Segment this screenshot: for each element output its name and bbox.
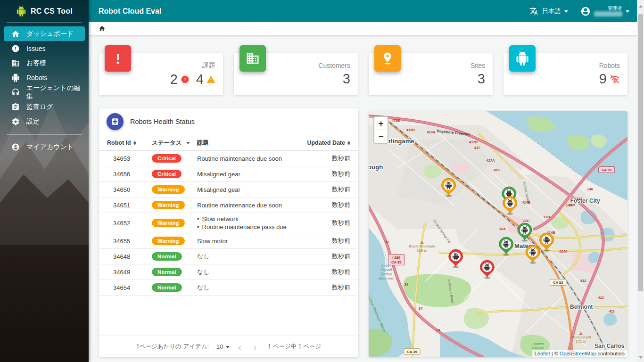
status-cell: Warning bbox=[146, 201, 192, 209]
robot-id-cell: 34652 bbox=[99, 220, 146, 227]
stat-card-issues[interactable]: 課題 2 4 bbox=[99, 53, 223, 95]
status-badge: Normal bbox=[152, 283, 182, 292]
status-cell: Normal bbox=[146, 268, 192, 276]
table-pagination: 1ページあたりの アイテム: 10 ‹ › 1 ページ中 1 ページ bbox=[99, 336, 358, 357]
translate-icon bbox=[529, 7, 539, 16]
updated-date-cell: 数秒前 bbox=[296, 252, 358, 261]
stat-card-customers[interactable]: Customers 3 bbox=[234, 53, 358, 95]
svg-text:13B: 13B bbox=[544, 215, 550, 219]
status-badge: Warning bbox=[152, 237, 185, 245]
sidebar-item-my-account[interactable]: マイアカウント bbox=[4, 140, 85, 154]
table-row[interactable]: 34652WarningSlow networkRoutine maintena… bbox=[99, 213, 358, 233]
status-badge: Normal bbox=[152, 252, 182, 261]
svg-text:417A: 417A bbox=[486, 158, 495, 163]
clipboard-text-icon bbox=[11, 103, 20, 111]
app-logo[interactable]: RC CS Tool bbox=[0, 0, 89, 22]
home-icon[interactable] bbox=[99, 25, 106, 32]
issues-cell: Slow motor bbox=[192, 236, 296, 247]
stat-card-sites[interactable]: Sites 3 bbox=[369, 53, 493, 95]
status-cell: Critical bbox=[146, 170, 192, 178]
leaflet-link[interactable]: Leaflet bbox=[535, 351, 550, 356]
scrollbar-down-arrow[interactable] bbox=[637, 354, 644, 361]
map-attribution: Leaflet | © OpenStreetMap contributors bbox=[532, 350, 627, 357]
status-cell: Normal bbox=[146, 252, 192, 261]
user-menu[interactable]: 管理者 bbox=[580, 6, 629, 16]
updated-date-cell: 数秒前 bbox=[296, 154, 358, 163]
main-area: Robot Cloud Eval 日本語 管理者 bbox=[89, 0, 637, 362]
android-icon bbox=[509, 45, 536, 72]
sidebar-item-robots[interactable]: Robots bbox=[4, 70, 85, 85]
page-scrollbar[interactable] bbox=[637, 0, 644, 362]
headset-icon bbox=[11, 88, 20, 97]
scrollbar-up-arrow[interactable] bbox=[637, 3, 644, 10]
openstreetmap-link[interactable]: OpenStreetMap bbox=[560, 351, 596, 356]
map-zoom-control: + − bbox=[373, 116, 388, 144]
robot-id-cell: 34649 bbox=[99, 269, 146, 276]
robot-id-cell: 34651 bbox=[99, 202, 146, 209]
page-size-select[interactable]: 10 bbox=[216, 344, 230, 350]
road-shield: CA 82 bbox=[550, 280, 566, 286]
column-header-robot-id[interactable]: Robot Id bbox=[99, 140, 146, 146]
prev-page-button[interactable]: ‹ bbox=[234, 342, 245, 352]
svg-text:34: 34 bbox=[419, 306, 423, 311]
status-cell: Normal bbox=[146, 283, 192, 292]
sidebar-item-dashboard[interactable]: ダッシュボード bbox=[4, 26, 85, 41]
chevron-down-icon bbox=[626, 10, 629, 13]
sidebar-item-issues[interactable]: Issues bbox=[4, 41, 85, 56]
warning-count: 4 bbox=[196, 72, 204, 87]
svg-text:I 280: I 280 bbox=[392, 256, 400, 260]
sidebar-item-label: マイアカウント bbox=[26, 143, 74, 151]
issues-cell: Slow networkRoutine maintenance pass due bbox=[192, 213, 296, 233]
breadcrumb bbox=[89, 22, 637, 35]
svg-text:ough: ough bbox=[369, 164, 383, 171]
updated-date-cell: 数秒前 bbox=[296, 283, 358, 292]
status-badge: Critical bbox=[152, 154, 182, 163]
updated-date-cell: 数秒前 bbox=[296, 201, 358, 209]
updated-date-cell: 数秒前 bbox=[296, 219, 358, 227]
status-badge: Normal bbox=[152, 268, 182, 276]
robot-id-cell: 34656 bbox=[99, 171, 146, 178]
column-header-updated[interactable]: Updated Date bbox=[296, 140, 358, 146]
sidebar-item-audit-log[interactable]: 監査ログ bbox=[4, 99, 85, 114]
critical-count: 2 bbox=[170, 72, 178, 87]
zoom-out-button[interactable]: − bbox=[374, 130, 388, 143]
language-selector[interactable]: 日本語 bbox=[529, 7, 569, 16]
stat-label: 課題 bbox=[202, 61, 215, 70]
sidebar-item-customers[interactable]: お客様 bbox=[4, 56, 85, 70]
zoom-in-button[interactable]: + bbox=[374, 117, 388, 130]
table-row[interactable]: 34653CriticalRoutine maintenance due soo… bbox=[99, 151, 358, 166]
issues-cell: なし bbox=[192, 266, 296, 278]
stat-label: Customers bbox=[318, 62, 350, 69]
table-row[interactable]: 34656CriticalMisaligned gear数秒前 bbox=[99, 166, 358, 182]
stat-card-robots[interactable]: Robots 9 bbox=[504, 53, 627, 95]
updated-date-cell: 数秒前 bbox=[296, 237, 358, 245]
column-header-status[interactable]: ステータス bbox=[146, 139, 192, 147]
table-row[interactable]: 34651WarningRoutine maintenance due soon… bbox=[99, 197, 358, 213]
table-row[interactable]: 34655WarningSlow motor数秒前 bbox=[99, 233, 358, 249]
sites-count: 3 bbox=[478, 71, 485, 87]
sidebar-item-agents[interactable]: エージェントの編集 bbox=[4, 85, 85, 99]
svg-text:419A: 419A bbox=[426, 130, 435, 134]
table-row[interactable]: 34654Normalなし数秒前 bbox=[99, 280, 358, 296]
alert-circle-icon bbox=[11, 44, 20, 53]
filter-chevron-icon bbox=[186, 142, 190, 144]
sidebar-item-settings[interactable]: 設定 bbox=[4, 114, 85, 129]
status-cell: Warning bbox=[146, 237, 192, 245]
robot-id-cell: 34648 bbox=[99, 253, 146, 260]
svg-text:Reservoir: Reservoir bbox=[379, 276, 394, 280]
svg-text:Springs: Springs bbox=[380, 272, 392, 276]
robot-id-cell: 34653 bbox=[99, 155, 146, 162]
table-row[interactable]: 34648Normalなし数秒前 bbox=[99, 249, 358, 264]
next-page-button[interactable]: › bbox=[250, 342, 261, 352]
table-row[interactable]: 34649Normalなし数秒前 bbox=[99, 264, 358, 280]
home-icon bbox=[11, 30, 20, 38]
updated-date-cell: 数秒前 bbox=[296, 170, 358, 178]
status-cell: Critical bbox=[146, 154, 192, 163]
scrollbar-thumb[interactable] bbox=[638, 14, 643, 291]
svg-text:419B: 419B bbox=[391, 118, 400, 123]
table-row[interactable]: 34650WarningMisaligned gear数秒前 bbox=[99, 182, 358, 197]
leaflet-map[interactable]: BurlingameoughMateoFoster CityBelmontSan… bbox=[369, 111, 627, 357]
office-building-icon bbox=[239, 45, 266, 72]
robot-id-cell: 34654 bbox=[99, 284, 146, 291]
sidebar-item-label: お客様 bbox=[26, 59, 46, 67]
